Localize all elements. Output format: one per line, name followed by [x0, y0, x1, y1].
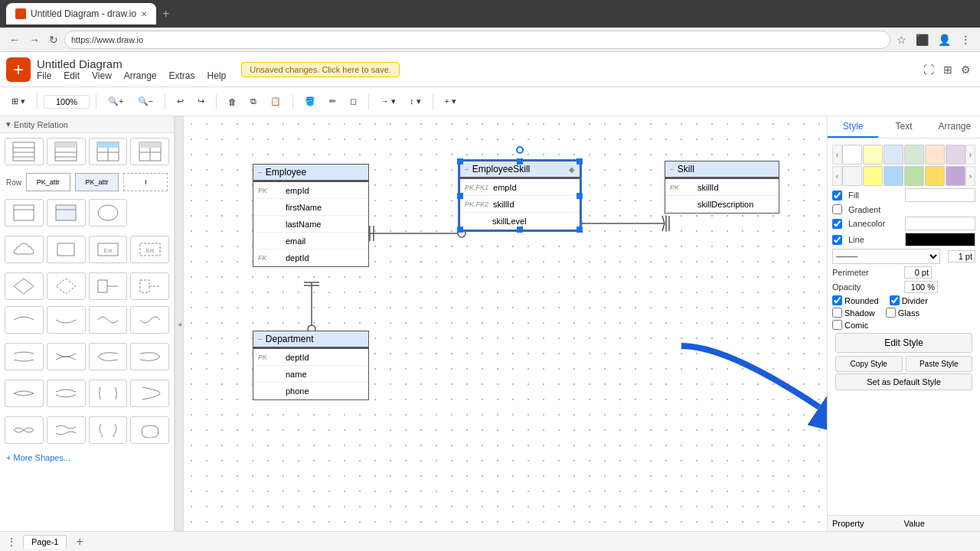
- curve-10[interactable]: [47, 380, 86, 407]
- entity-employee[interactable]: − Employee PK empId firstName lastName: [253, 164, 369, 267]
- section-title[interactable]: ▾ Entity Relation: [0, 116, 174, 133]
- shadow-label-container[interactable]: Shadow: [832, 308, 875, 318]
- gradient-checkbox[interactable]: [832, 204, 842, 214]
- shadow-checkbox[interactable]: [832, 308, 842, 318]
- curve-5[interactable]: [5, 343, 44, 370]
- lanecolor-checkbox[interactable]: [832, 219, 842, 229]
- handle-n[interactable]: [517, 158, 523, 165]
- delete-button[interactable]: 🗑: [223, 94, 242, 109]
- swatch-yellow[interactable]: [863, 166, 883, 186]
- row-shape-3[interactable]: I: [123, 173, 168, 191]
- divider-checkbox[interactable]: [890, 295, 900, 305]
- menu-extras[interactable]: Extras: [169, 70, 195, 81]
- swatch-blue[interactable]: [884, 166, 903, 186]
- handle-sw[interactable]: [457, 227, 463, 233]
- tab-style[interactable]: Style: [828, 116, 878, 138]
- new-tab-button[interactable]: +: [162, 7, 169, 21]
- tab-arrange[interactable]: Arrange: [929, 116, 980, 138]
- rounded-label-container[interactable]: Rounded: [832, 295, 879, 305]
- add-page-button[interactable]: +: [73, 535, 86, 549]
- fullscreen-button[interactable]: ⛶: [920, 62, 937, 77]
- zoom-in-button[interactable]: 🔍+: [103, 93, 129, 109]
- shape-cloud[interactable]: [5, 236, 44, 263]
- undo-button[interactable]: ↩: [172, 93, 189, 109]
- zoom-out-button[interactable]: 🔍−: [132, 93, 158, 109]
- menu-arrange[interactable]: Arrange: [124, 70, 157, 81]
- swatch-gold[interactable]: [925, 166, 945, 186]
- perimeter-pt-input[interactable]: [904, 266, 932, 279]
- shape-table-4[interactable]: [130, 138, 169, 165]
- comic-checkbox[interactable]: [832, 320, 842, 330]
- curve-7[interactable]: [89, 343, 128, 370]
- shape-relation-2[interactable]: [130, 272, 169, 300]
- curve-11[interactable]: [89, 380, 128, 407]
- address-bar[interactable]: https://www.draw.io: [64, 31, 890, 49]
- zoom-input[interactable]: [44, 95, 90, 109]
- row-shape-2[interactable]: PK_attr: [75, 173, 119, 191]
- swatch-lightgray[interactable]: [842, 166, 862, 186]
- redo-button[interactable]: ↪: [192, 93, 210, 109]
- rotate-handle[interactable]: [516, 146, 524, 154]
- connection-button[interactable]: → ▾: [375, 93, 401, 109]
- curve-9[interactable]: [5, 380, 44, 407]
- swatch-next-button[interactable]: ›: [965, 145, 975, 165]
- swatch-lightgreen[interactable]: [904, 145, 924, 165]
- shape-entity-label-2[interactable]: Ent: [130, 236, 169, 263]
- bookmark-button[interactable]: ☆: [893, 32, 910, 47]
- shape-relation-1[interactable]: [89, 272, 128, 300]
- entity-department[interactable]: − Department PK deptId name phone: [253, 331, 369, 400]
- waypoint-button[interactable]: ↕ ▾: [404, 93, 426, 109]
- handle-ne[interactable]: [577, 158, 583, 165]
- drawio-icon[interactable]: ⬛: [913, 32, 932, 47]
- handle-se[interactable]: [577, 227, 583, 233]
- shape-diamond-2[interactable]: [47, 272, 86, 300]
- swatch-lightyellow[interactable]: [863, 145, 883, 165]
- set-default-button[interactable]: Set as Default Style: [835, 373, 972, 390]
- forward-button[interactable]: →: [26, 32, 43, 47]
- shape-rect[interactable]: [47, 236, 86, 263]
- options-button[interactable]: ⋮: [6, 536, 17, 548]
- menu-button[interactable]: ⋮: [957, 32, 974, 47]
- profile-button[interactable]: 👤: [935, 32, 954, 47]
- swatch-prev-button[interactable]: ‹: [832, 145, 842, 165]
- curve-16[interactable]: [130, 416, 169, 444]
- tab-text[interactable]: Text: [878, 116, 929, 138]
- shape-entity-1[interactable]: [5, 199, 44, 227]
- handle-w[interactable]: [457, 193, 463, 199]
- copy-button[interactable]: ⧉: [245, 93, 262, 109]
- more-shapes-button[interactable]: + More Shapes...: [0, 448, 174, 467]
- comic-label-container[interactable]: Comic: [832, 320, 868, 330]
- swatch-purple[interactable]: [946, 166, 965, 186]
- shape-table-3[interactable]: [89, 138, 128, 165]
- fill-color-preview[interactable]: [905, 188, 975, 202]
- line-color-preview[interactable]: [905, 233, 975, 246]
- shape-button[interactable]: ◻: [345, 93, 362, 109]
- fill-checkbox[interactable]: [832, 191, 842, 201]
- handle-e[interactable]: [577, 193, 583, 199]
- glass-label-container[interactable]: Glass: [886, 308, 920, 318]
- shape-table-2[interactable]: [47, 138, 86, 165]
- curve-8[interactable]: [130, 343, 169, 370]
- menu-view[interactable]: View: [92, 70, 112, 81]
- handle-nw[interactable]: [457, 158, 463, 165]
- insert-button[interactable]: + ▾: [439, 93, 462, 109]
- lanecolor-preview[interactable]: [905, 217, 975, 230]
- swatch-green[interactable]: [904, 166, 924, 186]
- active-tab[interactable]: Untitled Diagram - draw.io ✕: [6, 3, 156, 24]
- shape-entity-label[interactable]: Ent: [89, 236, 128, 263]
- entity-employeeskill[interactable]: − EmployeeSkill ◆ PK,FK1 empId PK,FK2 sk…: [459, 161, 580, 230]
- page-tab-1[interactable]: Page-1: [23, 535, 67, 549]
- edit-style-button[interactable]: Edit Style: [835, 333, 972, 353]
- shape-table-1[interactable]: [5, 138, 44, 165]
- opacity-input[interactable]: [904, 281, 938, 293]
- swatch-white[interactable]: [842, 145, 862, 165]
- menu-edit[interactable]: Edit: [64, 70, 80, 81]
- swatch-next-button-2[interactable]: ›: [965, 166, 975, 186]
- row-shape-1[interactable]: PK_attr: [26, 173, 70, 191]
- curve-13[interactable]: [5, 416, 44, 444]
- curve-1[interactable]: [5, 306, 44, 334]
- fill-color-button[interactable]: 🪣: [299, 93, 321, 109]
- tab-close-btn[interactable]: ✕: [141, 10, 147, 18]
- refresh-button[interactable]: ↻: [46, 32, 61, 47]
- paste-style-button[interactable]: Paste Style: [906, 356, 973, 372]
